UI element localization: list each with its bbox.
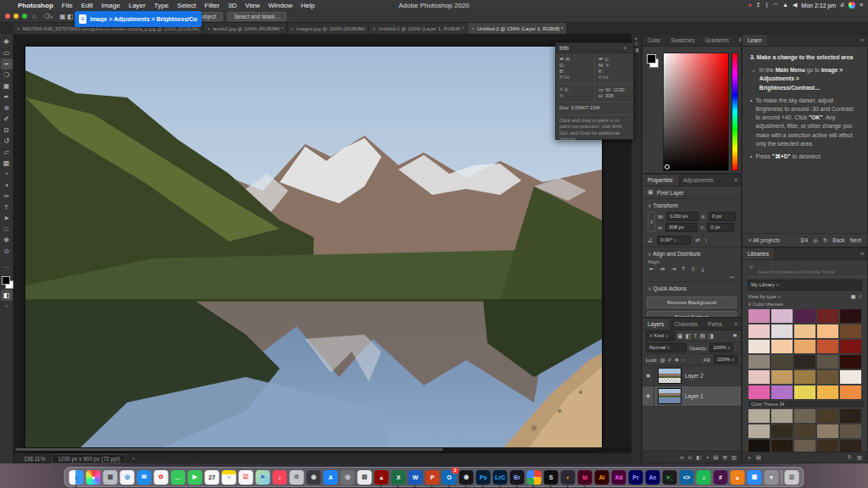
color-swatch[interactable] — [794, 424, 815, 438]
menu-bar-clock[interactable]: Mon 2:12 pm — [801, 3, 836, 8]
spotlight-icon[interactable]: ☌ — [840, 1, 844, 9]
document-tab[interactable]: lands2.jpg @ 100% (RGB/8#) * — [203, 23, 287, 34]
color-swatch[interactable] — [794, 409, 815, 423]
document-image[interactable] — [25, 47, 602, 452]
color-swatch[interactable] — [840, 370, 861, 384]
tab-properties[interactable]: Properties — [643, 175, 678, 186]
lock-pixels-icon[interactable]: ✐ — [668, 357, 672, 363]
color-swatch[interactable] — [794, 370, 815, 384]
list-view-icon[interactable]: ≡ — [859, 294, 862, 299]
expand-panels-icon[interactable]: » — [632, 34, 641, 41]
height-field[interactable]: 308 px — [665, 223, 698, 232]
layer-visibility-icon[interactable]: ◉ — [643, 366, 654, 385]
layer-row[interactable]: ◉ Layer 2 — [643, 366, 741, 386]
layer-thumbnail[interactable] — [658, 368, 682, 384]
wifi-icon[interactable]: ◠ — [773, 1, 778, 9]
slack[interactable]: # — [714, 470, 728, 485]
saturation-brightness-picker[interactable] — [663, 53, 729, 171]
app-store[interactable]: A — [324, 470, 338, 485]
color-themes-group[interactable]: ∨ Color themes — [743, 300, 867, 308]
tab-learn[interactable]: Learn — [743, 35, 767, 46]
color-swatch[interactable] — [748, 309, 770, 323]
upload-icon[interactable]: ↥ — [756, 1, 761, 9]
color-swatch[interactable] — [817, 424, 838, 438]
tab-channels[interactable]: Channels — [670, 319, 703, 330]
sync-icon[interactable]: ↻ — [847, 454, 851, 461]
move-tool[interactable]: ✚ — [1, 36, 13, 47]
music[interactable]: ♪ — [273, 470, 287, 485]
align-section-title[interactable]: Align and Distribute — [643, 247, 741, 259]
tab-adjustments[interactable]: Adjustments — [678, 175, 719, 186]
printer[interactable]: ▤ — [358, 470, 372, 485]
eject-icon[interactable]: ▲ — [782, 1, 788, 9]
foreground-color-chip[interactable] — [647, 54, 656, 64]
canvas-area[interactable] — [14, 34, 632, 453]
fill-value[interactable]: 100% — [714, 355, 737, 364]
color-swatch[interactable] — [771, 385, 793, 399]
bridge[interactable]: Br — [510, 470, 525, 485]
excel[interactable]: X — [392, 470, 406, 485]
screen-mode-icon[interactable]: ▫ — [1, 301, 13, 312]
color-swatch[interactable] — [817, 409, 838, 423]
layer-row[interactable]: ◉ Layer 1 — [643, 386, 741, 407]
downloads-folder[interactable]: ▼ — [765, 470, 779, 485]
zoom-tool[interactable]: ⊙ — [1, 246, 13, 257]
panel-menu-icon[interactable] — [860, 35, 867, 46]
status-chevron-icon[interactable]: › — [133, 456, 135, 462]
menu-item[interactable]: Select — [173, 2, 200, 9]
eyedropper-tool[interactable]: ✒ — [1, 92, 13, 103]
align-left-icon[interactable]: ⇤ — [649, 266, 654, 273]
color-swatch[interactable] — [748, 324, 770, 338]
notes[interactable]: ≡ — [222, 470, 236, 485]
premiere[interactable]: Pr — [629, 470, 643, 485]
select-subject-button[interactable]: Select Subject — [647, 311, 737, 318]
layer-name[interactable]: Layer 1 — [685, 393, 704, 399]
filter-smart-object-icon[interactable]: ◨ — [708, 333, 714, 340]
menu-item[interactable]: File — [58, 2, 77, 9]
panel-menu-icon[interactable] — [860, 248, 867, 259]
libraries-folder-icon[interactable]: ▤ — [756, 454, 761, 461]
menu-item[interactable]: 3D — [224, 2, 241, 9]
launchpad[interactable]: ▦ — [103, 470, 118, 485]
outlook[interactable]: O 2 — [442, 470, 457, 485]
chrome[interactable]: ○ — [527, 470, 542, 485]
filter-type-icon[interactable]: T — [693, 333, 697, 339]
color-swatch[interactable] — [794, 309, 815, 323]
flip-vertical-icon[interactable]: ↕ — [704, 237, 708, 243]
filter-adjustment-icon[interactable]: ◧ — [686, 333, 692, 340]
lightroom[interactable]: LrC — [493, 470, 508, 485]
color-swatch[interactable] — [794, 385, 815, 399]
tab-libraries[interactable]: Libraries — [743, 248, 774, 259]
foreground-background-colors[interactable] — [1, 276, 13, 290]
vlc[interactable]: ▲ — [731, 470, 745, 485]
menu-item[interactable]: Help — [297, 2, 319, 9]
document-tab[interactable]: Untitled-1 @ 100% (Layer 1, RGB/8) * — [369, 23, 468, 34]
panel-menu-icon[interactable] — [734, 319, 741, 330]
after-effects[interactable]: Ae — [646, 470, 660, 485]
library-search-input[interactable] — [748, 268, 868, 277]
menu-item[interactable]: Filter — [200, 2, 224, 9]
color-swatch[interactable] — [748, 424, 770, 438]
color-swatch[interactable] — [771, 309, 793, 323]
color-swatch[interactable] — [817, 324, 838, 338]
link-layers-icon[interactable]: ∞ — [680, 454, 684, 460]
healing-brush-tool[interactable]: ⊕ — [1, 103, 13, 114]
color-picker-marker[interactable] — [665, 164, 670, 169]
app-logo-icon[interactable]: ● — [748, 1, 752, 9]
mail[interactable]: ✉ — [137, 470, 152, 485]
layer-mask-icon[interactable]: ◧ — [696, 454, 701, 461]
system-preferences[interactable]: ⚙ — [290, 470, 304, 485]
hand-tool[interactable]: ✥ — [1, 235, 13, 246]
path-selection-tool[interactable]: ➤ — [1, 213, 13, 224]
home-icon[interactable]: ⌂ — [32, 13, 36, 20]
align-center-v-icon[interactable]: ⇳ — [691, 266, 696, 273]
audio-icon[interactable]: ◎ — [813, 237, 818, 244]
history-brush-tool[interactable]: ↺ — [1, 136, 13, 147]
opacity-value[interactable]: 100% — [709, 343, 733, 352]
xd[interactable]: Xd — [612, 470, 626, 485]
quick-mask-icon[interactable]: ◧ — [1, 290, 13, 301]
y-field[interactable]: 0 px — [707, 223, 734, 232]
indesign[interactable]: Id — [578, 470, 593, 485]
layer-thumbnail[interactable] — [658, 388, 682, 404]
rotation-field[interactable]: 0.00° — [657, 236, 691, 245]
